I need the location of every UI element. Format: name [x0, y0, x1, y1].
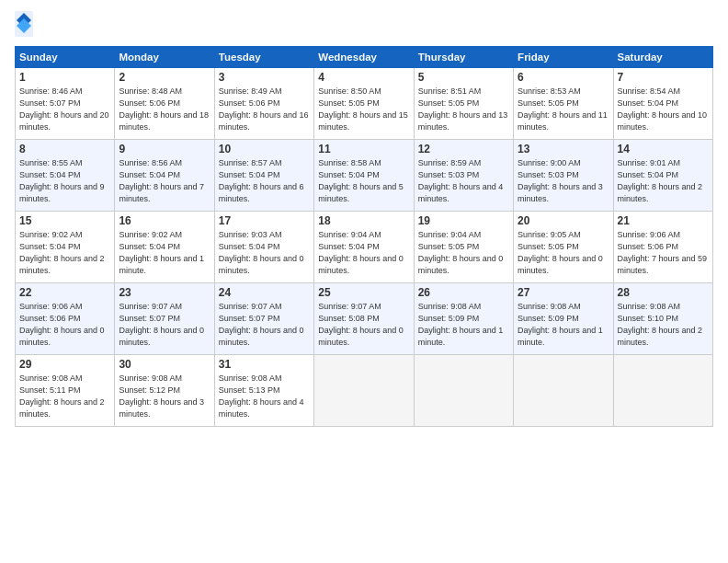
day-info: Sunrise: 9:01 AMSunset: 5:04 PMDaylight:…: [618, 157, 709, 205]
day-number: 9: [119, 143, 210, 155]
calendar-page: SundayMondayTuesdayWednesdayThursdayFrid…: [0, 0, 728, 563]
calendar-cell: 12Sunrise: 8:59 AMSunset: 5:03 PMDayligh…: [414, 140, 513, 212]
weekday-header-thursday: Thursday: [414, 47, 513, 68]
weekday-header-row: SundayMondayTuesdayWednesdayThursdayFrid…: [16, 47, 713, 68]
weekday-header-wednesday: Wednesday: [314, 47, 414, 68]
day-info: Sunrise: 8:50 AMSunset: 5:05 PMDaylight:…: [318, 86, 409, 133]
day-info: Sunrise: 9:08 AMSunset: 5:12 PMDaylight:…: [119, 373, 210, 420]
calendar-cell: 31Sunrise: 9:08 AMSunset: 5:13 PMDayligh…: [214, 355, 313, 427]
day-info: Sunrise: 8:53 AMSunset: 5:05 PMDaylight:…: [518, 86, 609, 133]
calendar-cell: 1Sunrise: 8:46 AMSunset: 5:07 PMDaylight…: [16, 68, 115, 140]
calendar-cell: 10Sunrise: 8:57 AMSunset: 5:04 PMDayligh…: [214, 140, 313, 212]
calendar-row-4: 29Sunrise: 9:08 AMSunset: 5:11 PMDayligh…: [16, 355, 713, 427]
day-number: 20: [518, 214, 609, 227]
day-number: 1: [19, 71, 110, 84]
weekday-header-monday: Monday: [115, 47, 214, 68]
calendar-row-0: 1Sunrise: 8:46 AMSunset: 5:07 PMDaylight…: [16, 68, 713, 140]
day-info: Sunrise: 9:02 AMSunset: 5:04 PMDaylight:…: [19, 229, 110, 277]
logo: [15, 11, 37, 37]
day-number: 22: [19, 286, 110, 299]
day-number: 29: [19, 358, 110, 371]
day-info: Sunrise: 9:03 AMSunset: 5:04 PMDaylight:…: [219, 229, 310, 277]
calendar-cell: 8Sunrise: 8:55 AMSunset: 5:04 PMDaylight…: [16, 140, 115, 212]
calendar-cell: 13Sunrise: 9:00 AMSunset: 5:03 PMDayligh…: [514, 140, 613, 212]
day-info: Sunrise: 9:02 AMSunset: 5:04 PMDaylight:…: [119, 229, 210, 277]
day-info: Sunrise: 8:46 AMSunset: 5:07 PMDaylight:…: [19, 86, 110, 133]
day-info: Sunrise: 8:59 AMSunset: 5:03 PMDaylight:…: [418, 157, 509, 205]
calendar-cell: 11Sunrise: 8:58 AMSunset: 5:04 PMDayligh…: [314, 140, 414, 212]
day-info: Sunrise: 9:06 AMSunset: 5:06 PMDaylight:…: [618, 229, 709, 277]
day-number: 27: [518, 286, 609, 299]
day-number: 30: [119, 358, 210, 371]
day-number: 11: [318, 143, 409, 155]
calendar-cell: 5Sunrise: 8:51 AMSunset: 5:05 PMDaylight…: [414, 68, 513, 140]
calendar-cell: 19Sunrise: 9:04 AMSunset: 5:05 PMDayligh…: [414, 212, 513, 283]
logo-icon: [15, 11, 33, 37]
day-number: 21: [618, 214, 709, 227]
day-info: Sunrise: 9:08 AMSunset: 5:11 PMDaylight:…: [19, 373, 110, 420]
day-number: 18: [318, 214, 409, 227]
weekday-header-friday: Friday: [514, 47, 613, 68]
calendar-cell: 6Sunrise: 8:53 AMSunset: 5:05 PMDaylight…: [514, 68, 613, 140]
calendar-cell: [613, 355, 712, 427]
calendar-cell: 9Sunrise: 8:56 AMSunset: 5:04 PMDaylight…: [115, 140, 214, 212]
calendar-cell: 29Sunrise: 9:08 AMSunset: 5:11 PMDayligh…: [16, 355, 115, 427]
calendar-cell: [414, 355, 513, 427]
calendar-cell: 27Sunrise: 9:08 AMSunset: 5:09 PMDayligh…: [514, 283, 613, 355]
calendar-row-1: 8Sunrise: 8:55 AMSunset: 5:04 PMDaylight…: [16, 140, 713, 212]
day-number: 10: [219, 143, 310, 155]
day-number: 3: [219, 71, 310, 84]
calendar-cell: 28Sunrise: 9:08 AMSunset: 5:10 PMDayligh…: [613, 283, 712, 355]
weekday-header-tuesday: Tuesday: [214, 47, 313, 68]
day-info: Sunrise: 9:07 AMSunset: 5:07 PMDaylight:…: [119, 301, 210, 349]
calendar-cell: [514, 355, 613, 427]
calendar-table: SundayMondayTuesdayWednesdayThursdayFrid…: [15, 46, 713, 427]
day-info: Sunrise: 9:04 AMSunset: 5:05 PMDaylight:…: [418, 229, 509, 277]
calendar-cell: 3Sunrise: 8:49 AMSunset: 5:06 PMDaylight…: [214, 68, 313, 140]
day-number: 25: [318, 286, 409, 299]
day-info: Sunrise: 9:07 AMSunset: 5:08 PMDaylight:…: [318, 301, 409, 349]
day-number: 2: [119, 71, 210, 84]
header: [15, 11, 713, 37]
calendar-cell: 2Sunrise: 8:48 AMSunset: 5:06 PMDaylight…: [115, 68, 214, 140]
day-number: 19: [418, 214, 509, 227]
calendar-row-3: 22Sunrise: 9:06 AMSunset: 5:06 PMDayligh…: [16, 283, 713, 355]
day-number: 28: [618, 286, 709, 299]
day-number: 26: [418, 286, 509, 299]
day-number: 16: [119, 214, 210, 227]
weekday-header-saturday: Saturday: [613, 47, 712, 68]
day-number: 15: [19, 214, 110, 227]
day-number: 17: [219, 214, 310, 227]
day-info: Sunrise: 9:08 AMSunset: 5:09 PMDaylight:…: [518, 301, 609, 349]
day-number: 12: [418, 143, 509, 155]
day-number: 13: [518, 143, 609, 155]
day-info: Sunrise: 8:58 AMSunset: 5:04 PMDaylight:…: [318, 157, 409, 205]
day-info: Sunrise: 9:08 AMSunset: 5:13 PMDaylight:…: [219, 373, 310, 420]
day-number: 24: [219, 286, 310, 299]
day-number: 6: [518, 71, 609, 84]
calendar-cell: 23Sunrise: 9:07 AMSunset: 5:07 PMDayligh…: [115, 283, 214, 355]
day-number: 14: [618, 143, 709, 155]
day-number: 4: [318, 71, 409, 84]
calendar-cell: 14Sunrise: 9:01 AMSunset: 5:04 PMDayligh…: [613, 140, 712, 212]
calendar-cell: 18Sunrise: 9:04 AMSunset: 5:04 PMDayligh…: [314, 212, 414, 283]
calendar-cell: 4Sunrise: 8:50 AMSunset: 5:05 PMDaylight…: [314, 68, 414, 140]
day-info: Sunrise: 8:51 AMSunset: 5:05 PMDaylight:…: [418, 86, 509, 133]
calendar-cell: 26Sunrise: 9:08 AMSunset: 5:09 PMDayligh…: [414, 283, 513, 355]
calendar-cell: 16Sunrise: 9:02 AMSunset: 5:04 PMDayligh…: [115, 212, 214, 283]
calendar-cell: 25Sunrise: 9:07 AMSunset: 5:08 PMDayligh…: [314, 283, 414, 355]
weekday-header-sunday: Sunday: [16, 47, 115, 68]
calendar-cell: 21Sunrise: 9:06 AMSunset: 5:06 PMDayligh…: [613, 212, 712, 283]
calendar-cell: 22Sunrise: 9:06 AMSunset: 5:06 PMDayligh…: [16, 283, 115, 355]
day-number: 8: [19, 143, 110, 155]
calendar-cell: 15Sunrise: 9:02 AMSunset: 5:04 PMDayligh…: [16, 212, 115, 283]
day-info: Sunrise: 8:57 AMSunset: 5:04 PMDaylight:…: [219, 157, 310, 205]
day-info: Sunrise: 8:55 AMSunset: 5:04 PMDaylight:…: [19, 157, 110, 205]
day-info: Sunrise: 8:48 AMSunset: 5:06 PMDaylight:…: [119, 86, 210, 133]
calendar-cell: 17Sunrise: 9:03 AMSunset: 5:04 PMDayligh…: [214, 212, 313, 283]
day-number: 5: [418, 71, 509, 84]
calendar-cell: 20Sunrise: 9:05 AMSunset: 5:05 PMDayligh…: [514, 212, 613, 283]
calendar-row-2: 15Sunrise: 9:02 AMSunset: 5:04 PMDayligh…: [16, 212, 713, 283]
day-number: 23: [119, 286, 210, 299]
day-info: Sunrise: 9:08 AMSunset: 5:10 PMDaylight:…: [618, 301, 709, 349]
